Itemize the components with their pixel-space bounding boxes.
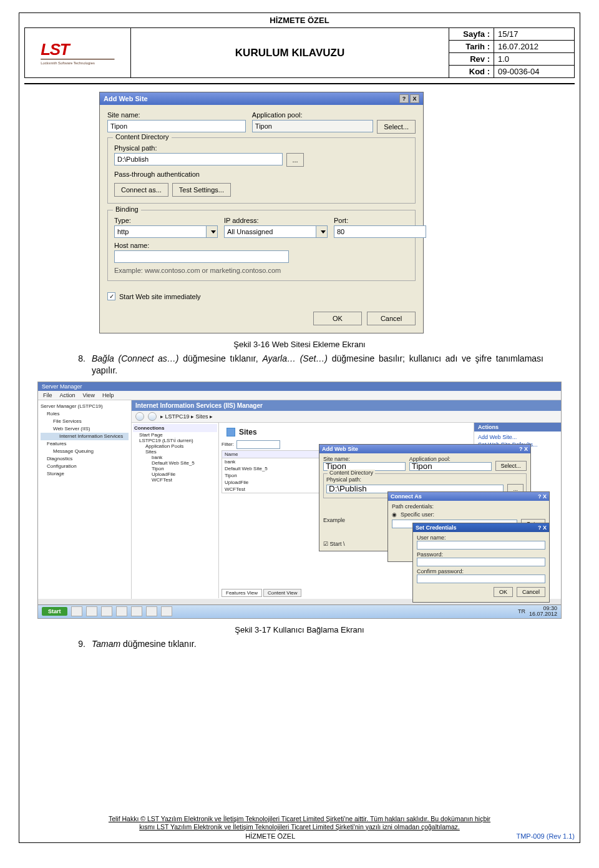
ip-select[interactable] <box>224 225 328 238</box>
tree-roles[interactable]: Roles <box>41 410 129 418</box>
ok-button[interactable]: OK <box>313 312 362 325</box>
taskbar-app-icon[interactable] <box>116 606 127 616</box>
menu-action[interactable]: Action <box>60 392 75 398</box>
user-input[interactable] <box>417 541 545 550</box>
tree-diagnostics[interactable]: Diagnostics <box>41 455 129 463</box>
site-name-label: Site name: <box>107 111 246 119</box>
close-icon[interactable]: X <box>410 94 419 103</box>
conn-sites[interactable]: Sites <box>133 449 217 455</box>
step-9-number: 9. <box>68 638 85 650</box>
taskbar-app-icon[interactable] <box>146 606 157 616</box>
taskbar-app-icon[interactable] <box>161 606 172 616</box>
menu-file[interactable]: File <box>43 392 52 398</box>
action-add-web-site[interactable]: Add Web Site... <box>478 434 557 440</box>
taskbar-app-icon[interactable] <box>71 606 82 616</box>
meta-rev-label: Rev : <box>449 53 494 65</box>
user-label: User name: <box>417 535 545 541</box>
chevron-down-icon[interactable] <box>207 225 218 238</box>
site-name-input[interactable] <box>107 120 246 132</box>
add-web-site-dialog: Add Web Site ? X Site name: Application … <box>99 92 424 333</box>
meta-page-label: Sayfa : <box>449 28 494 40</box>
conn-site-default[interactable]: Default Web Site_5 <box>133 460 217 466</box>
lst-logo: LST Locksmith Software Technologies <box>37 38 119 68</box>
tree-iis[interactable]: Internet Information Services <box>41 433 129 440</box>
content-directory-legend: Content Directory <box>113 133 172 141</box>
back-icon[interactable] <box>135 412 144 421</box>
set-cred-cancel[interactable]: Cancel <box>517 587 545 597</box>
tab-content-view[interactable]: Content View <box>263 589 301 597</box>
app-pool-label: Application pool: <box>252 111 416 119</box>
tree-root[interactable]: Server Manager (LSTPC19) <box>41 403 129 410</box>
specific-user-label: Specific user: <box>401 511 434 518</box>
server-manager-screenshot: Server Manager File Action View Help Ser… <box>37 382 562 619</box>
tree-storage[interactable]: Storage <box>41 470 129 478</box>
host-label: Host name: <box>114 242 409 249</box>
conn-site-upload[interactable]: UploadFile <box>133 471 217 477</box>
pass-label: Password: <box>417 551 545 558</box>
menu-view[interactable]: View <box>83 392 95 398</box>
meta-page-value: 15/17 <box>494 28 574 40</box>
pass-input[interactable] <box>417 558 545 566</box>
menu-help[interactable]: Help <box>102 392 114 398</box>
iis-manager-header: Internet Information Services (IIS) Mana… <box>132 400 561 411</box>
close-icon[interactable]: ? X <box>538 525 547 531</box>
checkbox-icon[interactable]: ✓ <box>107 292 115 300</box>
chevron-down-icon[interactable] <box>316 225 328 238</box>
taskbar: Start TR 09:3016.07.2012 <box>38 604 561 618</box>
tree-mq[interactable]: Message Queuing <box>41 448 129 455</box>
header-rule <box>24 83 575 84</box>
conn-site-bank[interactable]: bank <box>133 455 217 460</box>
test-settings-button[interactable]: Test Settings... <box>172 183 231 197</box>
start-immediately-checkbox[interactable]: ✓ Start Web site immediately <box>107 292 416 300</box>
help-icon[interactable]: ? <box>399 94 409 103</box>
taskbar-app-icon[interactable] <box>131 606 142 616</box>
start-button[interactable]: Start <box>42 607 67 616</box>
tree-web-server[interactable]: Web Server (IIS) <box>41 425 129 433</box>
breadcrumb[interactable]: ▸ LSTPC19 ▸ Sites ▸ <box>132 411 561 423</box>
tree-configuration[interactable]: Configuration <box>41 463 129 470</box>
port-input[interactable] <box>334 225 426 238</box>
filter-input[interactable] <box>236 440 280 449</box>
conn-root[interactable]: LSTPC19 (LST\İ durren) <box>133 438 217 443</box>
connect-as-title: Connect As <box>391 493 422 500</box>
tree-file-services[interactable]: File Services <box>41 418 129 425</box>
port-label: Port: <box>334 217 426 224</box>
close-icon[interactable]: ? X <box>519 446 528 452</box>
example-text: Example: www.contoso.com or marketing.co… <box>114 267 409 274</box>
cancel-button[interactable]: Cancel <box>367 312 416 325</box>
conn-app-pools[interactable]: Application Pools <box>133 443 217 449</box>
physical-path-input[interactable] <box>114 153 283 165</box>
binding-group: Binding Type: IP address: <box>107 210 416 281</box>
select-button[interactable]: Select... <box>377 120 416 134</box>
binding-legend: Binding <box>113 205 141 213</box>
confirm-input[interactable] <box>417 575 545 583</box>
figure-caption-1: Şekil 3-16 Web Sitesi Ekleme Ekranı <box>24 340 575 349</box>
taskbar-app-icon[interactable] <box>86 606 97 616</box>
connect-as-button[interactable]: Connect as... <box>114 183 168 197</box>
inner-app-pool-input <box>409 462 492 471</box>
dialog-titlebar: Add Web Site ? X <box>100 92 423 105</box>
doc-meta: Sayfa :15/17 Tarih :16.07.2012 Rev :1.0 … <box>449 28 574 77</box>
close-icon[interactable]: ? X <box>538 493 547 500</box>
server-tree: Server Manager (LSTPC19) Roles File Serv… <box>38 400 132 599</box>
set-cred-ok[interactable]: OK <box>494 587 513 597</box>
browse-button[interactable]: ... <box>286 153 304 167</box>
confirm-label: Confirm password: <box>417 568 545 575</box>
footer-classification: HİZMETE ÖZEL <box>24 832 516 840</box>
host-input[interactable] <box>114 250 289 263</box>
inner-select-button[interactable]: Select... <box>495 461 527 471</box>
taskbar-app-icon[interactable] <box>101 606 112 616</box>
tree-features[interactable]: Features <box>41 440 129 448</box>
conn-site-tipon[interactable]: Tipon <box>133 466 217 471</box>
physical-path-label: Physical path: <box>114 144 409 152</box>
tab-features-view[interactable]: Features View <box>222 589 262 597</box>
logo-cell: LST Locksmith Software Technologies <box>25 28 131 77</box>
step-8-number: 8. <box>68 353 85 377</box>
figure-caption-2: Şekil 3-17 Kullanıcı Bağlama Ekranı <box>24 625 575 634</box>
path-cred-label: Path credentials: <box>392 503 545 510</box>
conn-site-wcf[interactable]: WCFTest <box>133 477 217 483</box>
conn-start-page[interactable]: Start Page <box>133 432 217 438</box>
type-select[interactable] <box>114 225 218 238</box>
forward-icon[interactable] <box>148 412 157 421</box>
taskbar-lang[interactable]: TR <box>518 608 525 614</box>
